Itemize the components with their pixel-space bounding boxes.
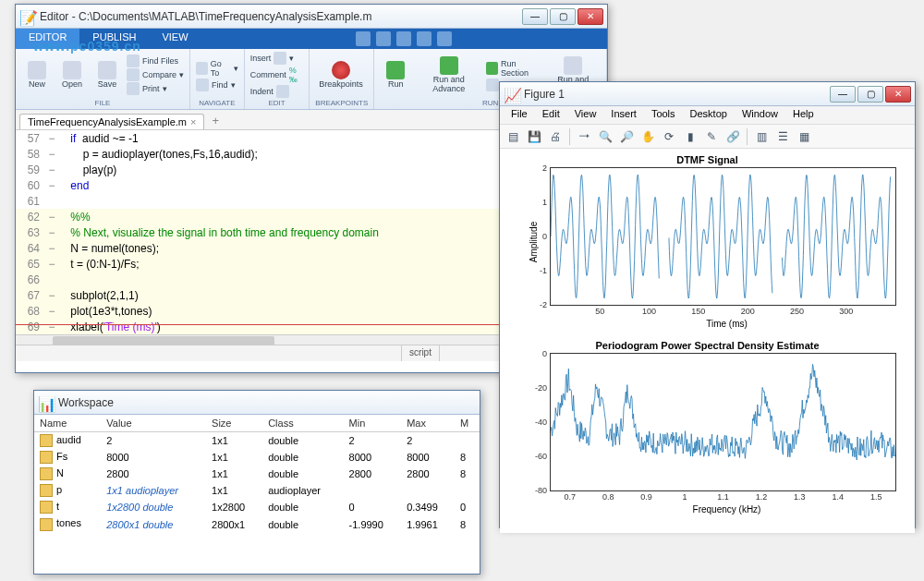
menu-view[interactable]: View [569,106,602,124]
file-tab[interactable]: TimeFrequencyAnalysisExample.m × [19,114,204,129]
column-header[interactable]: Name [34,415,101,432]
variable-icon [40,501,53,514]
new-icon [28,61,46,79]
menu-window[interactable]: Window [736,106,784,124]
figure-title: Figure 1 [524,88,830,101]
save-icon[interactable]: 💾 [525,127,543,146]
app-icon[interactable]: ▦ [795,127,813,146]
menu-file[interactable]: File [505,106,533,124]
print-icon[interactable]: 🖨 [546,127,565,146]
pan-icon[interactable]: ✋ [638,127,657,146]
run-section-button[interactable]: Run Section [486,59,541,78]
column-header[interactable]: Size [206,415,262,432]
menu-edit[interactable]: Edit [537,106,565,124]
plot-psd: Periodogram Power Spectral Density Estim… [511,340,904,514]
ribbon-group-breakpoints: Breakpoints BREAKPOINTS [310,49,374,109]
column-header[interactable]: Class [262,415,343,432]
qat-copy-icon[interactable] [376,31,391,46]
axes-2[interactable]: -80-60-40-2000.70.80.911.11.21.31.41.5 [550,353,896,491]
editor-titlebar[interactable]: 📝 Editor - C:\Documents\MATLAB\TimeFrequ… [16,5,607,29]
legend-icon[interactable]: ☰ [773,127,792,146]
qat-undo-icon[interactable] [417,31,432,46]
column-header[interactable]: Value [101,415,206,432]
status-type: script [401,345,439,361]
rotate-icon[interactable]: ⟳ [660,127,678,146]
qat-redo-icon[interactable] [437,31,452,46]
tab-editor[interactable]: EDITOR [16,29,79,49]
save-icon [98,61,116,79]
find-button[interactable]: Find ▾ [196,79,238,91]
table-row[interactable]: N 28001x1double280028008 [34,466,480,482]
file-tab-close-icon[interactable]: × [190,116,196,127]
goto-button[interactable]: Go To ▾ [196,59,238,78]
menu-help[interactable]: Help [787,106,820,124]
open-button[interactable]: Open [56,51,88,99]
axes-1[interactable]: -2-101250100150200250300 [550,167,896,306]
quick-access-toolbar [201,29,607,49]
indent-icon [276,85,289,98]
file-icon[interactable]: ▤ [504,127,522,146]
column-header[interactable]: M [455,415,480,432]
close-button[interactable]: ✕ [578,8,603,25]
run-button[interactable]: Run [380,51,411,99]
qat-cut-icon[interactable] [356,31,371,46]
qat-paste-icon[interactable] [396,31,411,46]
workspace-table[interactable]: NameValueSizeClassMinMaxM audid 21x1doub… [34,415,480,533]
ribbon-group-file: New Open Save Find Files Compare ▾ Print… [16,49,190,109]
pointer-icon[interactable]: ⭢ [575,127,593,146]
goto-icon [196,62,208,75]
print-button[interactable]: Print ▾ [127,82,184,95]
run-icon [386,61,405,79]
table-row[interactable]: audid 21x1double22 [34,432,480,450]
colorbar-icon[interactable]: ▥ [752,127,771,146]
datacursor-icon[interactable]: ▮ [681,127,699,146]
figure-titlebar[interactable]: 📈 Figure 1 — ▢ ✕ [500,82,915,106]
tab-publish[interactable]: PUBLISH [79,29,149,49]
column-header[interactable]: Min [344,415,402,432]
comment-button[interactable]: Comment % ‰ [250,66,304,84]
variable-icon [40,484,53,497]
insert-button[interactable]: Insert ▾ [250,52,304,65]
minimize-button[interactable]: — [522,8,548,25]
ribbon-tabstrip: EDITOR PUBLISH VIEW [16,29,607,49]
fx-icon [274,52,286,65]
ribbon-group-edit: Insert ▾ Comment % ‰ Indent EDIT [245,49,310,109]
plot-dtmf: DTMF Signal Amplitude -2-101250100150200… [511,154,904,329]
find-icon [196,79,209,91]
table-row[interactable]: tones 2800x1 double2800x1double-1.99901.… [34,515,480,532]
file-tab-add[interactable]: + [204,112,226,129]
table-row[interactable]: p 1x1 audioplayer1x1audioplayer [34,482,480,499]
breakpoint-icon [332,61,350,79]
editor-title: Editor - C:\Documents\MATLAB\TimeFrequen… [40,10,522,23]
new-button[interactable]: New [21,51,53,99]
breakpoints-button[interactable]: Breakpoints [315,51,367,99]
column-header[interactable]: Max [401,415,455,432]
ribbon-edit-label: EDIT [250,99,304,108]
minimize-button[interactable]: — [830,86,856,103]
variable-icon [40,451,53,464]
find-files-button[interactable]: Find Files [127,54,184,67]
table-row[interactable]: Fs 80001x1double800080008 [34,449,480,466]
indent-button[interactable]: Indent [250,85,304,98]
menu-tools[interactable]: Tools [646,106,681,124]
link-icon[interactable]: 🔗 [723,127,742,146]
maximize-button[interactable]: ▢ [857,86,883,103]
menu-insert[interactable]: Insert [605,106,642,124]
close-button[interactable]: ✕ [885,86,911,103]
workspace-title: Workspace [58,396,476,409]
table-row[interactable]: t 1x2800 double1x2800double00.34990 [34,499,480,515]
menu-desktop[interactable]: Desktop [685,106,733,124]
compare-button[interactable]: Compare ▾ [127,68,184,81]
variable-icon [40,518,53,531]
variable-icon [40,467,53,480]
tab-view[interactable]: VIEW [149,29,201,49]
zoom-in-icon[interactable]: 🔍 [596,127,614,146]
save-button[interactable]: Save [91,51,123,99]
zoom-out-icon[interactable]: 🔎 [617,127,636,146]
brush-icon[interactable]: ✎ [702,127,721,146]
run-advance-button[interactable]: Run and Advance [415,51,482,99]
compare-icon [127,68,140,81]
run-time-icon [564,56,582,75]
workspace-titlebar[interactable]: 📊 Workspace [34,391,480,415]
maximize-button[interactable]: ▢ [550,8,576,25]
